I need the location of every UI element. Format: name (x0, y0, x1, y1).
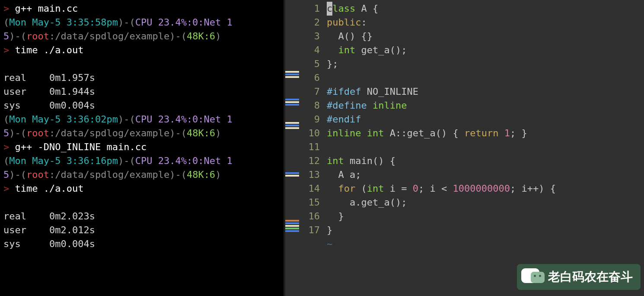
change-mark (285, 228, 299, 229)
code-line[interactable] (327, 140, 644, 154)
code-area[interactable]: class A {public: A() {} int get_a();};#i… (323, 0, 644, 296)
terminal-line: (Mon May-5 3:36:16pm)-(CPU 23.4%:0:Net 1 (3, 154, 280, 168)
change-mark (285, 125, 299, 126)
line-number: 2 (299, 16, 320, 29)
terminal-line: > time ./a.out (3, 182, 280, 196)
change-mark (285, 172, 299, 174)
change-mark (285, 104, 299, 106)
line-number: 5 (299, 57, 320, 71)
change-mark (285, 74, 299, 75)
text-cursor: c (327, 2, 332, 16)
terminal-line: 5)-(root:/data/spdlog/example)-(48K:6) (3, 126, 280, 140)
change-mark (285, 122, 299, 124)
terminal-line: > g++ -DNO_INLINE main.cc (3, 140, 280, 154)
change-mark (285, 225, 299, 227)
terminal-line: 5)-(root:/data/spdlog/example)-(48K:6) (3, 168, 280, 182)
code-line[interactable]: inline int A::get_a() { return 1; } (327, 126, 644, 140)
watermark-text: 老白码农在奋斗 (548, 270, 633, 284)
code-line[interactable]: public: (327, 16, 644, 29)
mark-column (285, 0, 299, 296)
line-number: 8 (299, 99, 320, 113)
code-line[interactable]: a.get_a(); (327, 196, 644, 209)
editor-pane[interactable]: 1234567891011121314151617 class A {publi… (299, 0, 644, 296)
code-line[interactable]: int main() { (327, 154, 644, 168)
watermark-badge: 老白码农在奋斗 (517, 264, 641, 290)
terminal-line: 5)-(root:/data/spdlog/example)-(48K:6) (3, 29, 280, 43)
code-line[interactable]: #define inline (327, 99, 644, 113)
app-window: > g++ main.cc(Mon May-5 3:35:58pm)-(CPU … (0, 0, 644, 296)
change-mark (285, 127, 299, 129)
change-mark (285, 220, 299, 222)
line-number: 6 (299, 71, 320, 85)
terminal-line (3, 196, 280, 209)
code-line[interactable]: A a; (327, 168, 644, 182)
change-mark (285, 175, 299, 177)
code-line[interactable]: int get_a(); (327, 43, 644, 57)
terminal-line: user 0m2.012s (3, 223, 280, 237)
line-number: 13 (299, 168, 320, 182)
code-line[interactable]: #endif (327, 113, 644, 126)
code-line[interactable]: } (327, 223, 644, 237)
line-number: 1 (299, 2, 320, 16)
terminal-line: sys 0m0.004s (3, 99, 280, 113)
line-number: 15 (299, 196, 320, 209)
code-line[interactable]: #ifdef NO_INLINE (327, 85, 644, 99)
wechat-icon (521, 267, 544, 286)
code-line: ~ (327, 237, 644, 251)
line-number: 17 (299, 223, 320, 237)
code-line[interactable]: for (int i = 0; i < 1000000000; i++) { (327, 182, 644, 196)
change-mark (285, 230, 299, 232)
code-line[interactable]: class A { (327, 2, 644, 16)
line-number: 16 (299, 209, 320, 223)
line-number-gutter: 1234567891011121314151617 (299, 0, 323, 296)
terminal-line: sys 0m0.004s (3, 237, 280, 251)
line-number: 14 (299, 182, 320, 196)
code-line[interactable]: }; (327, 57, 644, 71)
change-mark (285, 101, 299, 103)
line-number: 4 (299, 43, 320, 57)
split-bar[interactable] (284, 0, 299, 296)
terminal-line: real 0m1.957s (3, 71, 280, 85)
terminal-line: (Mon May-5 3:35:58pm)-(CPU 23.4%:0:Net 1 (3, 16, 280, 29)
terminal-line (3, 57, 280, 71)
terminal-pane[interactable]: > g++ main.cc(Mon May-5 3:35:58pm)-(CPU … (0, 0, 284, 296)
change-mark (285, 71, 299, 73)
change-mark (285, 76, 299, 78)
terminal-line: (Mon May-5 3:36:02pm)-(CPU 23.4%:0:Net 1 (3, 113, 280, 126)
code-line[interactable]: } (327, 209, 644, 223)
line-number: 11 (299, 140, 320, 154)
code-line[interactable]: A() {} (327, 29, 644, 43)
empty-line-tilde: ~ (327, 238, 332, 249)
change-mark (285, 99, 299, 100)
line-number: 7 (299, 85, 320, 99)
terminal-line: > g++ main.cc (3, 2, 280, 16)
line-number: 3 (299, 29, 320, 43)
line-number: 10 (299, 126, 320, 140)
line-number: 9 (299, 113, 320, 126)
change-mark (285, 222, 299, 224)
code-line[interactable] (327, 71, 644, 85)
terminal-line: real 0m2.023s (3, 209, 280, 223)
terminal-line: > time ./a.out (3, 43, 280, 57)
line-number: 12 (299, 154, 320, 168)
terminal-line: user 0m1.944s (3, 85, 280, 99)
